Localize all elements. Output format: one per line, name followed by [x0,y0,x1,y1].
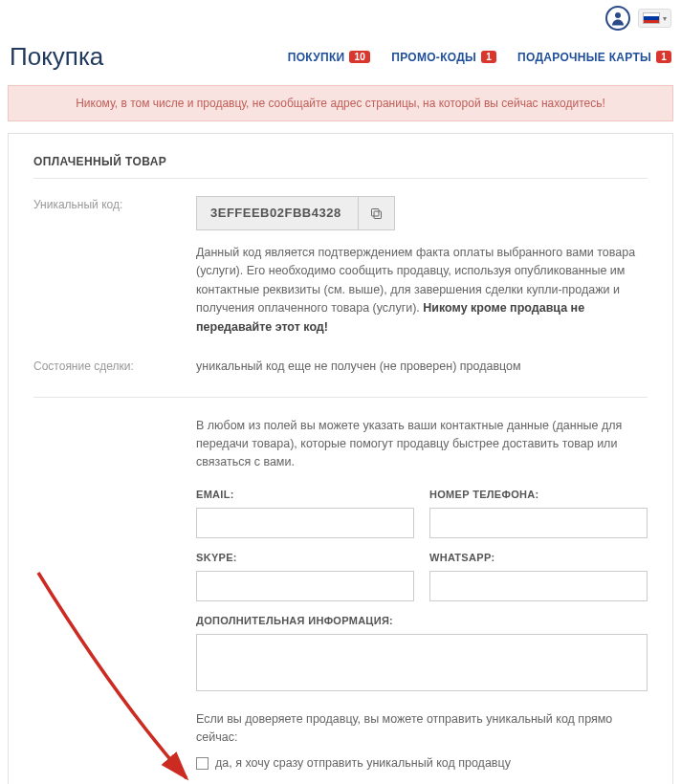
code-description: Данный код является подтверждением факта… [196,244,648,337]
tab-purchases[interactable]: ПОКУПКИ 10 [288,51,370,64]
section-title: ОПЛАЧЕННЫЙ ТОВАР [33,155,648,179]
status-label: Состояние сделки: [33,358,158,376]
copy-icon [369,207,384,221]
extra-info-textarea[interactable] [196,634,648,691]
svg-point-0 [615,12,621,18]
phone-input[interactable] [429,508,648,538]
svg-rect-2 [372,208,380,216]
tab-promo[interactable]: ПРОМО-КОДЫ 1 [391,51,496,64]
checkbox-label: да, я хочу сразу отправить уникальный ко… [215,754,511,773]
flag-ru-icon [643,12,660,24]
skype-input[interactable] [196,571,414,601]
phone-label: НОМЕР ТЕЛЕФОНА: [429,487,648,503]
trust-text: Если вы доверяете продавцу, вы можете от… [196,710,648,747]
code-label: Уникальный код: [33,196,158,337]
tab-label: ПРОМО-КОДЫ [391,51,476,64]
skype-label: SKYPE: [196,550,414,566]
contact-intro: В любом из полей вы можете указать ваши … [196,417,648,470]
whatsapp-input[interactable] [429,571,648,601]
tab-badge: 1 [656,51,671,63]
page-title: Покупка [10,42,103,72]
send-code-checkbox[interactable] [196,757,209,770]
locale-switch[interactable]: ▾ [638,9,671,28]
email-label: EMAIL: [196,487,414,503]
email-input[interactable] [196,508,414,538]
chevron-down-icon: ▾ [663,14,667,23]
status-value: уникальный код еще не получен (не провер… [196,358,648,376]
tab-badge: 1 [481,51,496,63]
extra-label: ДОПОЛНИТЕЛЬНАЯ ИНФОРМАЦИЯ: [196,613,648,629]
tab-giftcards[interactable]: ПОДАРОЧНЫЕ КАРТЫ 1 [517,51,671,64]
tab-label: ПОКУПКИ [288,51,345,64]
tab-badge: 10 [349,51,370,63]
whatsapp-label: WHATSAPP: [429,550,648,566]
order-panel: ОПЛАЧЕННЫЙ ТОВАР Уникальный код: 3EFFEEB… [8,133,673,784]
warning-banner: Никому, в том числе и продавцу, не сообщ… [8,85,673,121]
unique-code-value: 3EFFEEB02FBB4328 [196,196,359,230]
tab-label: ПОДАРОЧНЫЕ КАРТЫ [517,51,651,64]
copy-code-button[interactable] [359,196,395,230]
user-avatar[interactable] [605,6,630,31]
svg-rect-1 [374,211,382,219]
